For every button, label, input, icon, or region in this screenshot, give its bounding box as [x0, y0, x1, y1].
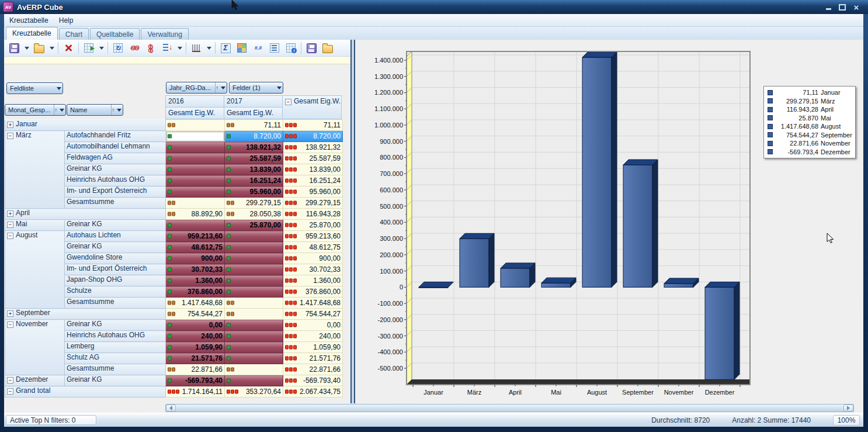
- name-row-header[interactable]: Autofachhandel Fritz: [65, 131, 166, 142]
- value-cell[interactable]: -569.793,40: [166, 375, 225, 386]
- value-cell[interactable]: 16.251,24: [225, 175, 283, 186]
- column-header-2016[interactable]: 2016: [165, 95, 224, 108]
- value-cell[interactable]: [225, 375, 283, 386]
- number-format-button[interactable]: [250, 40, 266, 56]
- value-cell[interactable]: 1.360,00: [166, 275, 225, 286]
- name-row-header[interactable]: Greinar KG: [65, 220, 166, 231]
- value-cell[interactable]: 116.943,28: [283, 209, 343, 220]
- bar-mai[interactable]: [541, 278, 576, 287]
- group-row-header[interactable]: +September: [5, 309, 166, 320]
- expand-icon[interactable]: +: [7, 310, 13, 317]
- name-row-header[interactable]: Greinar KG: [65, 320, 166, 331]
- clear-button[interactable]: [60, 40, 77, 56]
- data-fields-button[interactable]: Felder (1): [229, 82, 283, 94]
- value-cell[interactable]: [225, 342, 283, 353]
- row-layout-button[interactable]: [266, 40, 283, 56]
- name-row-header[interactable]: Im- und Export Österreich: [65, 186, 166, 198]
- value-cell[interactable]: 16.251,24: [283, 175, 343, 186]
- scroll-left-button[interactable]: [166, 405, 176, 412]
- name-row-header[interactable]: Schulze: [65, 286, 166, 298]
- value-cell[interactable]: 8.720,00: [283, 131, 343, 142]
- value-cell[interactable]: 13.839,00: [283, 164, 343, 175]
- value-cell[interactable]: [225, 364, 283, 375]
- field-list-button[interactable]: Feldliste: [6, 82, 63, 94]
- value-cell[interactable]: [166, 131, 225, 142]
- chevron-down-icon[interactable]: [115, 105, 123, 115]
- expand-icon[interactable]: +: [7, 122, 13, 128]
- value-cell[interactable]: 95.960,00: [225, 186, 283, 198]
- bar-september[interactable]: [623, 160, 658, 287]
- value-cell[interactable]: 1.417.648,68: [166, 298, 225, 309]
- zoom-button[interactable]: 100%: [833, 415, 860, 426]
- value-cell[interactable]: 95.960,00: [283, 186, 343, 198]
- value-cell[interactable]: 48.612,75: [166, 242, 225, 253]
- minimize-button[interactable]: [822, 3, 834, 12]
- column-header-total[interactable]: −Gesamt Eig.W.: [282, 95, 342, 119]
- row-field-month-button[interactable]: Monat_Gesp... ↑: [5, 104, 66, 116]
- chevron-down-icon[interactable]: [219, 82, 227, 93]
- collapse-icon[interactable]: −: [7, 322, 13, 328]
- value-cell[interactable]: [166, 220, 225, 231]
- value-cell[interactable]: [225, 298, 283, 309]
- name-row-header[interactable]: Heinrichs Autohaus OHG: [65, 175, 166, 186]
- name-row-header[interactable]: Gesamtsumme: [65, 364, 166, 375]
- export-button[interactable]: [81, 40, 97, 56]
- collapse-icon[interactable]: −: [7, 377, 13, 383]
- value-cell[interactable]: [225, 253, 283, 264]
- name-row-header[interactable]: Gesamtsumme: [65, 198, 166, 209]
- collapse-icon[interactable]: −: [7, 222, 13, 228]
- value-cell[interactable]: 959.213,60: [283, 231, 343, 242]
- group-row-header[interactable]: +Januar: [5, 120, 166, 131]
- value-cell[interactable]: 299.279,15: [225, 198, 283, 209]
- value-cell[interactable]: [166, 120, 225, 131]
- column-field-year-button[interactable]: Jahr_RG-Da... ↑: [166, 82, 227, 94]
- scroll-right-button[interactable]: [843, 405, 853, 412]
- value-cell[interactable]: [225, 242, 283, 253]
- row-field-name-button[interactable]: Name ↑: [67, 104, 123, 116]
- group-row-header[interactable]: −Grand total: [5, 386, 166, 398]
- chevron-down-icon[interactable]: [58, 105, 65, 115]
- scale-dropdown[interactable]: [204, 40, 213, 56]
- value-cell[interactable]: 2.067.434,75: [283, 386, 343, 398]
- value-cell[interactable]: 25.587,59: [225, 153, 283, 164]
- month-row-header[interactable]: −August: [5, 231, 65, 309]
- tab-verwaltung[interactable]: Verwaltung: [141, 28, 188, 40]
- value-cell[interactable]: 21.571,76: [283, 353, 343, 364]
- bar-august[interactable]: [582, 52, 617, 287]
- value-cell[interactable]: 376.860,00: [166, 286, 225, 298]
- value-cell[interactable]: 13.839,00: [225, 164, 283, 175]
- bar-dezember[interactable]: [705, 282, 739, 379]
- open-layout-button[interactable]: [31, 40, 47, 56]
- name-row-header[interactable]: Autohaus Lichten: [65, 231, 166, 242]
- value-cell[interactable]: 48.612,75: [283, 242, 343, 253]
- name-row-header[interactable]: Im- und Export Österreich: [65, 264, 166, 275]
- value-cell[interactable]: 754.544,27: [283, 309, 343, 320]
- column-header-2017[interactable]: 2017: [224, 95, 283, 108]
- chevron-down-icon[interactable]: [55, 83, 63, 94]
- tab-kreuztabelle[interactable]: Kreuztabelle: [6, 27, 58, 40]
- value-cell[interactable]: [225, 353, 283, 364]
- name-row-header[interactable]: Greinar KG: [65, 242, 166, 253]
- value-cell[interactable]: 25.870,00: [225, 220, 283, 231]
- name-row-header[interactable]: Greinar KG: [65, 375, 166, 386]
- save-layout-button[interactable]: [6, 40, 22, 56]
- value-cell[interactable]: 1.417.648,68: [283, 298, 343, 309]
- value-cell[interactable]: 754.544,27: [166, 309, 225, 320]
- group-row-header[interactable]: +April: [5, 209, 166, 220]
- value-cell[interactable]: [166, 164, 225, 175]
- value-cell[interactable]: [225, 320, 283, 331]
- sort-dropdown[interactable]: [175, 40, 184, 56]
- value-cell[interactable]: 1.714.164,11: [166, 386, 225, 398]
- value-cell[interactable]: [225, 331, 283, 342]
- value-cell[interactable]: 25.587,59: [283, 153, 343, 164]
- value-cell[interactable]: 240,00: [283, 331, 343, 342]
- panel-splitter[interactable]: [350, 40, 355, 403]
- format-colors-button[interactable]: [234, 40, 250, 56]
- menu-item-help[interactable]: Help: [54, 15, 79, 26]
- value-cell[interactable]: 71,11: [225, 120, 283, 131]
- value-cell[interactable]: [225, 264, 283, 275]
- month-row-header[interactable]: −Dezember: [5, 375, 65, 386]
- value-cell[interactable]: 30.702,33: [166, 264, 225, 275]
- value-cell[interactable]: 28.050,38: [225, 209, 283, 220]
- save-layout-dropdown[interactable]: [22, 40, 31, 56]
